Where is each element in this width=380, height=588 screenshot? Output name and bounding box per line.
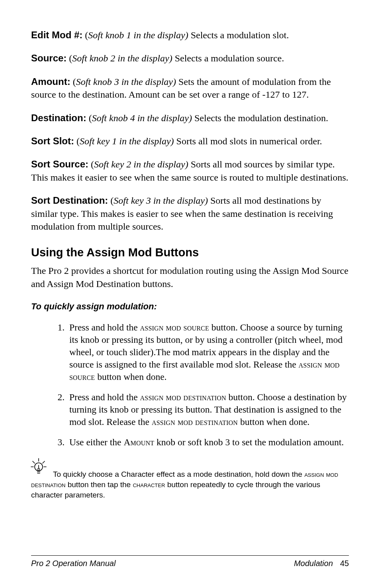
param-destination: Destination: (Soft knob 4 in the display… (31, 112, 349, 124)
param-desc: Sorts all mod slots in numerical order. (174, 136, 322, 146)
param-hint: Soft knob 2 in the display) (72, 53, 172, 63)
param-hint: Soft knob 1 in the display) (88, 30, 188, 40)
tip-text: To quickly choose a Character effect as … (31, 470, 338, 499)
footer-section: Modulation (294, 559, 333, 568)
param-sort-destination: Sort Destination: (Soft key 3 in the dis… (31, 194, 349, 233)
footer-rule (31, 555, 349, 556)
param-hint: Soft knob 3 in the display) (76, 77, 176, 87)
param-sort-slot: Sort Slot: (Soft key 1 in the display) S… (31, 135, 349, 147)
step-1: Press and hold the assign mod source but… (67, 321, 347, 383)
param-label: Sort Source: (31, 159, 88, 169)
param-desc: Selects a modulation source. (172, 53, 284, 63)
param-label: Destination: (31, 112, 86, 123)
footer-left: Pro 2 Operation Manual (31, 558, 116, 569)
procedure-heading: To quickly assign modulation: (31, 301, 349, 313)
tip-block: To quickly choose a Character effect as … (31, 456, 349, 500)
section-heading: Using the Assign Mod Buttons (31, 245, 349, 260)
param-label: Source: (31, 53, 67, 63)
param-hint: Soft knob 4 in the display) (92, 113, 192, 123)
param-label: Sort Destination: (31, 195, 108, 206)
param-sort-source: Sort Source: (Soft key 2 in the display)… (31, 158, 349, 184)
param-amount: Amount: (Soft knob 3 in the display) Set… (31, 75, 349, 101)
param-hint: Soft key 2 in the display) (94, 159, 188, 169)
button-ref: assign mod destination (140, 392, 226, 402)
page-footer: Pro 2 Operation Manual Modulation45 (31, 555, 349, 569)
step-2: Press and hold the assign mod destinatio… (67, 391, 347, 428)
svg-line-2 (33, 461, 35, 463)
param-label: Edit Mod #: (31, 29, 82, 40)
param-desc: Selects the modulation destination. (192, 113, 328, 123)
param-edit-mod: Edit Mod #: (Soft knob 1 in the display)… (31, 29, 349, 41)
procedure-list: Press and hold the assign mod source but… (67, 321, 349, 448)
svg-line-3 (43, 461, 45, 463)
button-ref: assign mod destination (152, 417, 238, 427)
param-label: Sort Slot: (31, 136, 74, 146)
param-hint: Soft key 1 in the display) (80, 136, 174, 146)
param-label: Amount: (31, 76, 71, 87)
page-number: 45 (340, 559, 349, 568)
param-source: Source: (Soft knob 2 in the display) Sel… (31, 52, 349, 65)
button-ref: character (133, 480, 165, 489)
param-desc: Selects a modulation slot. (188, 30, 289, 40)
param-hint: Soft key 3 in the display) (114, 195, 208, 206)
knob-ref: Amount (123, 437, 154, 447)
footer-right: Modulation45 (294, 558, 349, 569)
step-3: Use either the Amount knob or soft knob … (67, 436, 347, 448)
section-body: The Pro 2 provides a shortcut for modula… (31, 264, 349, 290)
lightbulb-icon (29, 456, 48, 480)
button-ref: assign mod source (140, 322, 209, 332)
